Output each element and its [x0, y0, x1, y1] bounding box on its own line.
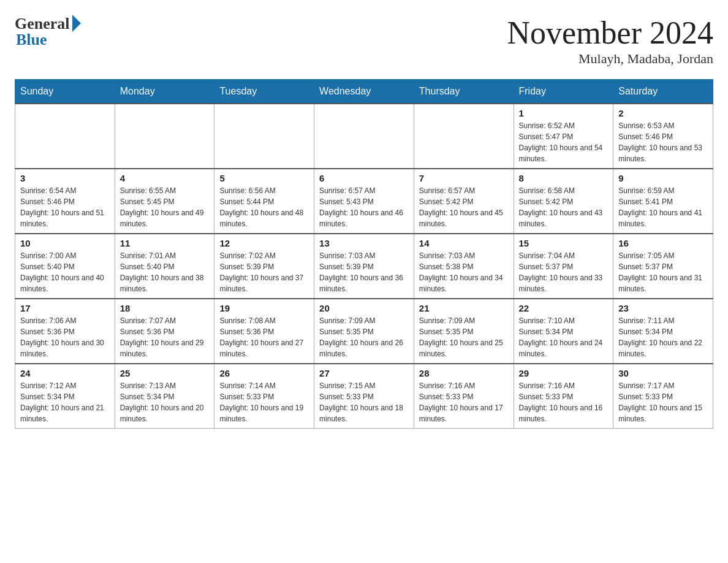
calendar-cell: 13Sunrise: 7:03 AMSunset: 5:39 PMDayligh… [314, 234, 414, 299]
calendar-cell: 6Sunrise: 6:57 AMSunset: 5:43 PMDaylight… [314, 169, 414, 234]
day-info: Sunrise: 7:17 AMSunset: 5:33 PMDaylight:… [618, 380, 708, 424]
day-number: 15 [519, 238, 609, 248]
day-info: Sunrise: 7:08 AMSunset: 5:36 PMDaylight:… [219, 315, 309, 359]
calendar-cell: 5Sunrise: 6:56 AMSunset: 5:44 PMDaylight… [214, 169, 314, 234]
day-info: Sunrise: 7:02 AMSunset: 5:39 PMDaylight:… [219, 250, 309, 294]
title-area: November 2024 Mulayh, Madaba, Jordan [507, 15, 713, 67]
calendar-cell [15, 104, 115, 169]
day-number: 18 [120, 303, 210, 313]
day-info: Sunrise: 6:57 AMSunset: 5:43 PMDaylight:… [319, 185, 409, 229]
day-number: 22 [519, 303, 609, 313]
calendar-table: SundayMondayTuesdayWednesdayThursdayFrid… [15, 79, 713, 429]
calendar-cell: 29Sunrise: 7:16 AMSunset: 5:33 PMDayligh… [514, 364, 613, 429]
day-number: 3 [20, 173, 110, 183]
calendar-header-monday: Monday [115, 80, 214, 104]
calendar-cell: 23Sunrise: 7:11 AMSunset: 5:34 PMDayligh… [613, 299, 713, 364]
calendar-header-saturday: Saturday [613, 80, 713, 104]
day-info: Sunrise: 7:00 AMSunset: 5:40 PMDaylight:… [20, 250, 110, 294]
day-number: 6 [319, 173, 409, 183]
day-number: 19 [219, 303, 309, 313]
day-number: 8 [519, 173, 609, 183]
logo-triangle-icon [72, 15, 81, 32]
calendar-cell: 3Sunrise: 6:54 AMSunset: 5:46 PMDaylight… [15, 169, 115, 234]
day-info: Sunrise: 6:55 AMSunset: 5:45 PMDaylight:… [120, 185, 210, 229]
calendar-cell: 16Sunrise: 7:05 AMSunset: 5:37 PMDayligh… [613, 234, 713, 299]
day-info: Sunrise: 7:06 AMSunset: 5:36 PMDaylight:… [20, 315, 110, 359]
day-number: 2 [618, 108, 708, 118]
day-number: 17 [20, 303, 110, 313]
calendar-cell: 12Sunrise: 7:02 AMSunset: 5:39 PMDayligh… [214, 234, 314, 299]
day-info: Sunrise: 6:53 AMSunset: 5:46 PMDaylight:… [618, 120, 708, 164]
calendar-cell: 28Sunrise: 7:16 AMSunset: 5:33 PMDayligh… [414, 364, 514, 429]
calendar-cell: 22Sunrise: 7:10 AMSunset: 5:34 PMDayligh… [514, 299, 613, 364]
calendar-cell: 19Sunrise: 7:08 AMSunset: 5:36 PMDayligh… [214, 299, 314, 364]
day-number: 7 [419, 173, 509, 183]
calendar-header-row: SundayMondayTuesdayWednesdayThursdayFrid… [15, 80, 713, 104]
calendar-cell: 20Sunrise: 7:09 AMSunset: 5:35 PMDayligh… [314, 299, 414, 364]
day-number: 23 [618, 303, 708, 313]
calendar-cell: 17Sunrise: 7:06 AMSunset: 5:36 PMDayligh… [15, 299, 115, 364]
day-number: 5 [219, 173, 309, 183]
location-title: Mulayh, Madaba, Jordan [507, 51, 713, 67]
day-info: Sunrise: 7:14 AMSunset: 5:33 PMDaylight:… [219, 380, 309, 424]
calendar-cell: 14Sunrise: 7:03 AMSunset: 5:38 PMDayligh… [414, 234, 514, 299]
day-info: Sunrise: 7:01 AMSunset: 5:40 PMDaylight:… [120, 250, 210, 294]
day-number: 28 [419, 368, 509, 378]
day-info: Sunrise: 7:16 AMSunset: 5:33 PMDaylight:… [419, 380, 509, 424]
day-info: Sunrise: 7:15 AMSunset: 5:33 PMDaylight:… [319, 380, 409, 424]
logo-blue-text: Blue [16, 31, 47, 49]
day-number: 27 [319, 368, 409, 378]
calendar-cell: 4Sunrise: 6:55 AMSunset: 5:45 PMDaylight… [115, 169, 214, 234]
day-info: Sunrise: 7:16 AMSunset: 5:33 PMDaylight:… [519, 380, 609, 424]
day-number: 9 [618, 173, 708, 183]
day-number: 14 [419, 238, 509, 248]
day-info: Sunrise: 6:54 AMSunset: 5:46 PMDaylight:… [20, 185, 110, 229]
calendar-cell: 18Sunrise: 7:07 AMSunset: 5:36 PMDayligh… [115, 299, 214, 364]
day-number: 21 [419, 303, 509, 313]
day-info: Sunrise: 7:10 AMSunset: 5:34 PMDaylight:… [519, 315, 609, 359]
day-info: Sunrise: 7:11 AMSunset: 5:34 PMDaylight:… [618, 315, 708, 359]
calendar-cell: 25Sunrise: 7:13 AMSunset: 5:34 PMDayligh… [115, 364, 214, 429]
day-number: 26 [219, 368, 309, 378]
day-info: Sunrise: 6:59 AMSunset: 5:41 PMDaylight:… [618, 185, 708, 229]
day-number: 1 [519, 108, 609, 118]
week-row-5: 24Sunrise: 7:12 AMSunset: 5:34 PMDayligh… [15, 364, 713, 429]
day-info: Sunrise: 6:58 AMSunset: 5:42 PMDaylight:… [519, 185, 609, 229]
day-number: 29 [519, 368, 609, 378]
day-number: 12 [219, 238, 309, 248]
calendar-cell: 24Sunrise: 7:12 AMSunset: 5:34 PMDayligh… [15, 364, 115, 429]
calendar-cell: 2Sunrise: 6:53 AMSunset: 5:46 PMDaylight… [613, 104, 713, 169]
day-info: Sunrise: 7:05 AMSunset: 5:37 PMDaylight:… [618, 250, 708, 294]
day-info: Sunrise: 7:12 AMSunset: 5:34 PMDaylight:… [20, 380, 110, 424]
calendar-header-tuesday: Tuesday [214, 80, 314, 104]
day-info: Sunrise: 7:09 AMSunset: 5:35 PMDaylight:… [319, 315, 409, 359]
day-number: 10 [20, 238, 110, 248]
day-info: Sunrise: 6:56 AMSunset: 5:44 PMDaylight:… [219, 185, 309, 229]
day-number: 16 [618, 238, 708, 248]
day-info: Sunrise: 7:04 AMSunset: 5:37 PMDaylight:… [519, 250, 609, 294]
day-number: 30 [618, 368, 708, 378]
calendar-cell: 26Sunrise: 7:14 AMSunset: 5:33 PMDayligh… [214, 364, 314, 429]
calendar-cell [314, 104, 414, 169]
calendar-cell: 7Sunrise: 6:57 AMSunset: 5:42 PMDaylight… [414, 169, 514, 234]
week-row-3: 10Sunrise: 7:00 AMSunset: 5:40 PMDayligh… [15, 234, 713, 299]
day-number: 20 [319, 303, 409, 313]
day-number: 4 [120, 173, 210, 183]
calendar-cell: 15Sunrise: 7:04 AMSunset: 5:37 PMDayligh… [514, 234, 613, 299]
day-info: Sunrise: 7:03 AMSunset: 5:39 PMDaylight:… [319, 250, 409, 294]
calendar-cell: 21Sunrise: 7:09 AMSunset: 5:35 PMDayligh… [414, 299, 514, 364]
calendar-header-thursday: Thursday [414, 80, 514, 104]
calendar-header-sunday: Sunday [15, 80, 115, 104]
calendar-cell: 1Sunrise: 6:52 AMSunset: 5:47 PMDaylight… [514, 104, 613, 169]
day-number: 13 [319, 238, 409, 248]
week-row-2: 3Sunrise: 6:54 AMSunset: 5:46 PMDaylight… [15, 169, 713, 234]
day-number: 24 [20, 368, 110, 378]
day-info: Sunrise: 7:13 AMSunset: 5:34 PMDaylight:… [120, 380, 210, 424]
calendar-cell: 30Sunrise: 7:17 AMSunset: 5:33 PMDayligh… [613, 364, 713, 429]
calendar-cell: 11Sunrise: 7:01 AMSunset: 5:40 PMDayligh… [115, 234, 214, 299]
calendar-header-wednesday: Wednesday [314, 80, 414, 104]
calendar-cell [414, 104, 514, 169]
day-number: 25 [120, 368, 210, 378]
week-row-4: 17Sunrise: 7:06 AMSunset: 5:36 PMDayligh… [15, 299, 713, 364]
calendar-header-friday: Friday [514, 80, 613, 104]
